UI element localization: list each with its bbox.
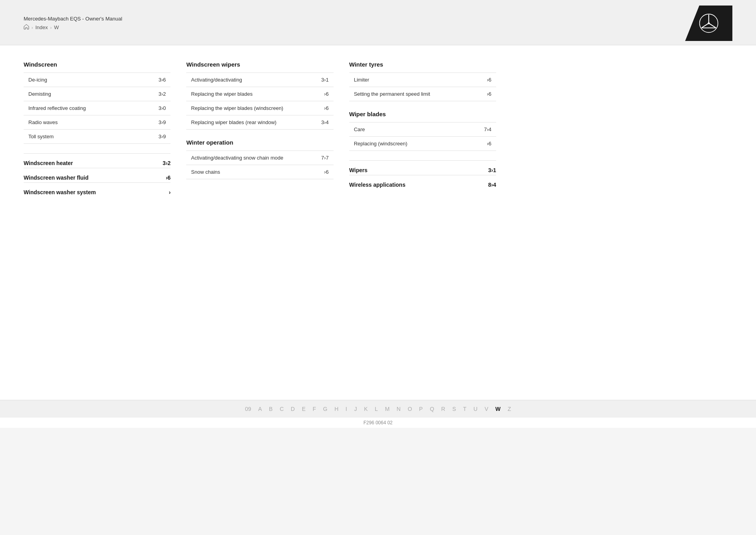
windscreen-washer-fluid-entry[interactable]: Windscreen washer fluid ›6 — [24, 168, 170, 182]
winter-operation-table: Activating/deactivating snow chain mode … — [186, 150, 333, 179]
alpha-I[interactable]: I — [346, 406, 347, 412]
column-3: Winter tyres Limiter ›6 Setting the perm… — [349, 61, 496, 197]
alpha-Z[interactable]: Z — [508, 406, 511, 412]
breadcrumb-sep-1: › — [32, 25, 33, 30]
manual-title: Mercedes-Maybach EQS - Owner's Manual — [24, 16, 122, 22]
alpha-V[interactable]: V — [485, 406, 488, 412]
windscreen-washer-fluid-page: ›6 — [166, 175, 170, 181]
breadcrumb: › Index › W — [24, 24, 122, 31]
alpha-O[interactable]: O — [408, 406, 412, 412]
table-row[interactable]: Toll system 3›9 — [24, 130, 170, 144]
wipers-page: 3›1 — [488, 167, 496, 173]
table-row[interactable]: Replacing the wiper blades (wind­screen)… — [186, 101, 333, 115]
breadcrumb-w[interactable]: W — [54, 24, 59, 30]
windscreen-heater-entry[interactable]: Windscreen heater 3›2 — [24, 153, 170, 168]
alpha-Q[interactable]: Q — [430, 406, 434, 412]
svg-point-1 — [708, 22, 710, 24]
alpha-A[interactable]: A — [258, 406, 262, 412]
table-row[interactable]: Demisting 3›2 — [24, 87, 170, 101]
alpha-nav: 09 A B C D E F G H I J K L M N O P Q R S… — [245, 406, 511, 412]
table-row[interactable]: Activating/deactivating snow chain mode … — [186, 151, 333, 165]
alpha-N[interactable]: N — [397, 406, 400, 412]
alpha-L[interactable]: L — [375, 406, 378, 412]
alpha-U[interactable]: U — [474, 406, 478, 412]
table-row[interactable]: Setting the permanent speed limit ›6 — [349, 87, 496, 101]
table-row[interactable]: De-icing 3›6 — [24, 73, 170, 87]
table-row[interactable]: Limiter ›6 — [349, 73, 496, 87]
windscreen-washer-system-entry[interactable]: Windscreen washer system › — [24, 182, 170, 197]
header: Mercedes-Maybach EQS - Owner's Manual › … — [0, 0, 756, 45]
alpha-C[interactable]: C — [280, 406, 284, 412]
wipers-entry[interactable]: Wipers 3›1 — [349, 160, 496, 175]
columns-grid: Windscreen De-icing 3›6 Demisting 3›2 In… — [24, 61, 496, 197]
alpha-H[interactable]: H — [334, 406, 338, 412]
header-left: Mercedes-Maybach EQS - Owner's Manual › … — [24, 16, 122, 31]
alpha-J[interactable]: J — [354, 406, 357, 412]
mercedes-star-icon — [699, 13, 719, 33]
windscreen-washer-fluid-label: Windscreen washer fluid — [24, 175, 89, 181]
table-row[interactable]: Care 7›4 — [349, 123, 496, 137]
windscreen-table: De-icing 3›6 Demisting 3›2 Infrared refl… — [24, 72, 170, 144]
wireless-applications-page: 8›4 — [488, 182, 496, 188]
alpha-G[interactable]: G — [323, 406, 328, 412]
section-windscreen-wipers: Windscreen wipers — [186, 61, 333, 68]
table-row[interactable]: Snow chains ›6 — [186, 165, 333, 179]
section-winter-tyres: Winter tyres — [349, 61, 496, 68]
table-row[interactable]: Radio waves 3›9 — [24, 115, 170, 130]
table-row[interactable]: Activating/deactivating 3›1 — [186, 73, 333, 87]
windscreen-washer-system-page: › — [169, 189, 171, 195]
alpha-R[interactable]: R — [441, 406, 445, 412]
windscreen-wipers-table: Activating/deactivating 3›1 Replacing th… — [186, 72, 333, 130]
wipers-label: Wipers — [349, 167, 368, 173]
alpha-K[interactable]: K — [364, 406, 367, 412]
windscreen-heater-page: 3›2 — [163, 160, 170, 166]
alpha-M[interactable]: M — [385, 406, 390, 412]
alpha-P[interactable]: P — [419, 406, 422, 412]
wireless-applications-label: Wireless applications — [349, 182, 406, 188]
table-row[interactable]: Infrared reflective coating 3›0 — [24, 101, 170, 115]
alpha-D[interactable]: D — [291, 406, 295, 412]
section-winter-operation: Winter operation — [186, 139, 333, 146]
section-wiper-blades: Wiper blades — [349, 111, 496, 117]
table-row[interactable]: Replacing the wiper blades ›6 — [186, 87, 333, 101]
alpha-09[interactable]: 09 — [245, 406, 251, 412]
footer-code: F296 0064 02 — [0, 418, 756, 428]
alpha-W[interactable]: W — [495, 406, 500, 412]
alpha-T[interactable]: T — [463, 406, 467, 412]
section-windscreen: Windscreen — [24, 61, 170, 68]
alpha-F[interactable]: F — [313, 406, 316, 412]
alpha-S[interactable]: S — [452, 406, 456, 412]
column-1: Windscreen De-icing 3›6 Demisting 3›2 In… — [24, 61, 170, 197]
winter-tyres-table: Limiter ›6 Setting the permanent speed l… — [349, 72, 496, 101]
windscreen-heater-label: Windscreen heater — [24, 160, 73, 166]
alpha-B[interactable]: B — [269, 406, 272, 412]
mercedes-logo-area — [685, 6, 732, 41]
home-icon[interactable] — [24, 24, 29, 31]
breadcrumb-sep-2: › — [50, 25, 52, 30]
wiper-blades-table: Care 7›4 Replacing (windscreen) ›6 — [349, 122, 496, 151]
alpha-E[interactable]: E — [302, 406, 306, 412]
bottom-nav: 09 A B C D E F G H I J K L M N O P Q R S… — [0, 400, 756, 418]
main-content: Windscreen De-icing 3›6 Demisting 3›2 In… — [0, 45, 756, 400]
table-row[interactable]: Replacing (windscreen) ›6 — [349, 137, 496, 151]
column-2: Windscreen wipers Activating/deactivatin… — [186, 61, 333, 197]
breadcrumb-index[interactable]: Index — [35, 24, 48, 30]
table-row[interactable]: Replacing wiper blades (rear win­dow) 3›… — [186, 115, 333, 130]
windscreen-washer-system-label: Windscreen washer system — [24, 189, 96, 195]
wireless-applications-entry[interactable]: Wireless applications 8›4 — [349, 175, 496, 189]
